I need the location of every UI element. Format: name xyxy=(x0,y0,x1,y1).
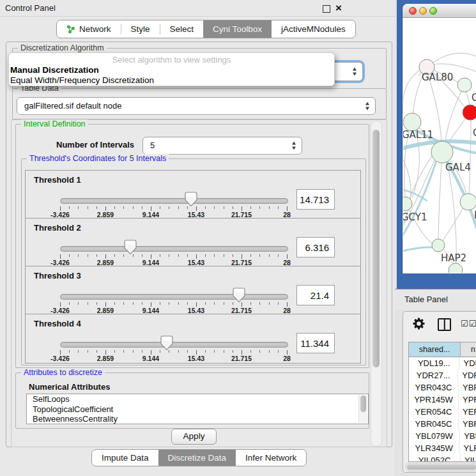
slider-tick xyxy=(205,350,206,353)
scrollbar-thumb[interactable] xyxy=(407,464,476,470)
tab-impute-data[interactable]: Impute Data xyxy=(92,450,158,466)
slider-tick xyxy=(250,350,251,353)
slider-tick xyxy=(105,254,106,259)
network-edge[interactable] xyxy=(433,64,476,72)
network-edge[interactable] xyxy=(448,118,466,143)
network-edge[interactable] xyxy=(445,91,461,141)
checkbox-columns-icon[interactable]: ☑☑ xyxy=(461,319,476,328)
slider-tick xyxy=(69,302,70,305)
threshold-value-field[interactable]: 14.713 xyxy=(296,189,335,210)
table-row[interactable]: YDR27...YDR2 xyxy=(409,369,476,381)
numerical-attributes-list[interactable]: SelfLoopsTopologicalCoefficientBetweenne… xyxy=(26,394,369,424)
table-row[interactable]: YBR043CYBR0 xyxy=(409,381,476,394)
scrollbar-thumb[interactable] xyxy=(372,130,380,367)
table-row[interactable]: YLR345WYLR3 xyxy=(409,442,476,454)
table-row[interactable]: YPR145WYPR1 xyxy=(409,394,476,406)
network-node-h[interactable] xyxy=(460,194,476,210)
threshold-value-field[interactable]: 6.316 xyxy=(296,237,335,257)
network-edge[interactable] xyxy=(438,163,441,239)
network-node-gal4[interactable] xyxy=(431,141,453,163)
slider-tick xyxy=(160,206,160,209)
tab-discretize-data[interactable]: Discretize Data xyxy=(158,450,236,466)
tab-label: Select xyxy=(170,24,194,34)
interval-definition-group: Interval Definition Number of Intervals … xyxy=(15,124,369,368)
table-row[interactable]: YBL079WYBL0 xyxy=(409,430,476,442)
tab-infer-network[interactable]: Infer Network xyxy=(236,450,306,466)
gear-icon[interactable] xyxy=(412,317,426,333)
slider-tick xyxy=(96,206,97,209)
network-canvas[interactable]: GAL80GACGAL11GAL4GCY1HHAP2 xyxy=(403,18,476,273)
popup-option-equal-width-frequency[interactable]: Equal Width/Frequency Discretization xyxy=(10,75,154,85)
attribute-list-item[interactable]: SelfLoops xyxy=(27,394,368,404)
network-node-gal11[interactable] xyxy=(403,113,421,131)
app-root: { "panel": { "title": "Control Panel", "… xyxy=(0,0,476,476)
slider-handle[interactable] xyxy=(124,240,137,255)
tab-cyni-toolbox[interactable]: Cyni Toolbox xyxy=(203,20,272,38)
slider-tick xyxy=(142,206,142,209)
slider-tick xyxy=(224,254,224,257)
scrollbar-thumb[interactable] xyxy=(360,395,366,412)
table-header-name[interactable]: n xyxy=(461,342,476,357)
table-row[interactable]: YER054CYER0 xyxy=(409,406,476,418)
slider-tick xyxy=(133,350,134,353)
slider-tick xyxy=(123,206,124,209)
slider-track[interactable] xyxy=(60,294,288,300)
attribute-list-item[interactable]: TopologicalCoefficient xyxy=(27,404,368,415)
table-panel-title: Table Panel xyxy=(404,289,448,309)
tab-select[interactable]: Select xyxy=(160,20,204,38)
close-traffic-light-icon[interactable] xyxy=(409,7,417,15)
slider-track[interactable] xyxy=(60,246,288,252)
table-header-shared[interactable]: shared... xyxy=(409,342,461,357)
network-graph: GAL80GACGAL11GAL4GCY1HHAP2 xyxy=(403,18,476,273)
threshold-value-field[interactable]: 11.344 xyxy=(296,333,335,353)
slider-track[interactable] xyxy=(60,198,288,204)
close-icon[interactable]: × xyxy=(335,1,342,16)
tab-label: Network xyxy=(79,24,111,34)
attributes-list-scrollbar[interactable] xyxy=(358,395,367,423)
network-edge[interactable] xyxy=(469,120,471,194)
slider-tick xyxy=(214,254,215,257)
minimize-traffic-light-icon[interactable] xyxy=(419,7,427,15)
threshold-value-field[interactable]: 21.4 xyxy=(296,285,335,305)
tab-jactivemnodules[interactable]: jActiveMNodules xyxy=(272,20,355,38)
number-of-intervals-combobox[interactable]: 5 xyxy=(142,137,302,155)
slider-tick xyxy=(259,302,260,305)
slider-tick xyxy=(114,206,115,209)
network-edge[interactable] xyxy=(443,208,463,240)
split-table-icon[interactable] xyxy=(438,318,451,331)
float-window-icon[interactable] xyxy=(323,5,330,13)
slider-tick xyxy=(287,302,288,307)
table-row[interactable]: YDL19...YDL1 xyxy=(409,357,476,369)
settings-scroll-pane: Interval Definition Number of Intervals … xyxy=(11,119,387,447)
network-edge[interactable] xyxy=(403,70,419,102)
node-table[interactable]: shared... n YDL19...YDL1YDR27...YDR2YBR0… xyxy=(408,342,476,462)
slider-handle[interactable] xyxy=(185,192,197,207)
network-node[interactable] xyxy=(449,263,463,273)
table-row[interactable]: YIL052CYIL0 xyxy=(409,454,476,462)
slider-tick xyxy=(105,302,106,307)
network-node-c[interactable] xyxy=(463,105,476,120)
table-data-combobox[interactable]: galFiltered.sif default node xyxy=(17,97,376,115)
interval-definition-title: Interval Definition xyxy=(21,119,88,128)
network-edge[interactable] xyxy=(466,92,470,105)
attribute-list-item[interactable]: BetweennessCentrality xyxy=(27,414,368,424)
table-row[interactable]: YBR045CYBR0 xyxy=(409,418,476,430)
slider-handle[interactable] xyxy=(233,288,245,303)
settings-vertical-scrollbar[interactable] xyxy=(371,121,382,447)
slider-track[interactable] xyxy=(60,342,288,348)
slider-handle[interactable] xyxy=(160,335,173,351)
zoom-traffic-light-icon[interactable] xyxy=(429,7,437,15)
tab-style[interactable]: Style xyxy=(121,20,160,38)
table-cell-name: YBL0 xyxy=(460,430,476,442)
tab-network[interactable]: Network xyxy=(57,20,121,38)
network-node-hap2[interactable] xyxy=(432,239,445,252)
tab-label: Style xyxy=(131,24,150,34)
network-edge-highlighted[interactable] xyxy=(403,247,432,254)
slider-tick xyxy=(178,302,179,305)
apply-button[interactable]: Apply xyxy=(171,429,217,445)
table-horizontal-scrollbar[interactable] xyxy=(405,463,476,472)
popup-option-manual-discretization[interactable]: Manual Discretization xyxy=(10,65,99,75)
network-node-ga[interactable] xyxy=(457,78,472,92)
slider-tick-label: 15.43 xyxy=(188,355,204,362)
slider-tick xyxy=(187,302,188,305)
